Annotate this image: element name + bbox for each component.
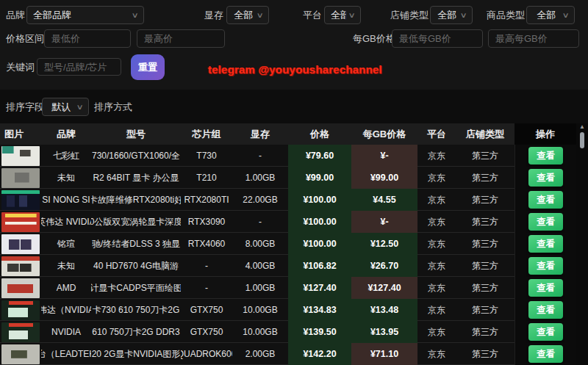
header-vram[interactable]: 显存 — [232, 123, 288, 145]
store-type-label: 店铺类型 — [390, 6, 429, 24]
model-cell: 730/1660/GTX1060/全 — [91, 145, 181, 167]
action-cell: 查看 — [514, 321, 576, 343]
model-cell: 40 HD7670 4G电脑游 — [91, 255, 181, 277]
view-button[interactable]: 查看 — [528, 301, 563, 319]
vram-cell: 1.00GB — [232, 277, 288, 299]
header-store-type[interactable]: 店铺类型 — [456, 123, 514, 145]
price-cell: ¥127.40 — [288, 277, 351, 299]
view-button[interactable]: 查看 — [528, 235, 563, 253]
view-button[interactable]: 查看 — [528, 257, 563, 275]
chipset-cell: GTX750 — [181, 321, 232, 343]
action-cell: 查看 — [514, 255, 576, 277]
view-button[interactable]: 查看 — [528, 323, 563, 341]
product-thumbnail[interactable] — [1, 300, 40, 320]
table-row: 七彩虹 730/1660/GTX1060/全 T730 - ¥79.60 ¥- … — [0, 145, 576, 167]
image-cell — [0, 277, 41, 299]
product-thumbnail[interactable] — [1, 344, 40, 364]
brand-cell: 丽台（LEADTEK） — [41, 343, 91, 365]
model-cell: 0公版双宽涡轮显卡深度 — [91, 211, 181, 233]
image-cell — [0, 255, 41, 277]
price-cell: ¥99.00 — [288, 167, 351, 189]
scroll-up-icon[interactable]: ▲ — [576, 123, 588, 131]
header-platform[interactable]: 平台 — [417, 123, 456, 145]
per-gb-max-input[interactable] — [488, 29, 579, 48]
brand-select[interactable]: 全部品牌 ∨ — [26, 6, 144, 24]
action-cell: 查看 — [514, 277, 576, 299]
chipset-cell: QUADROK600 — [181, 343, 232, 365]
store-type-cell: 第三方 — [456, 343, 514, 365]
brand-cell: 未知 — [41, 167, 91, 189]
table-scrollbar[interactable]: ▲ — [576, 123, 588, 365]
price-cell: ¥100.00 — [288, 233, 351, 255]
view-button[interactable]: 查看 — [528, 169, 563, 187]
view-button[interactable]: 查看 — [528, 147, 563, 165]
header-brand[interactable]: 品牌 — [41, 123, 91, 145]
image-cell — [0, 299, 41, 321]
store-type-cell: 第三方 — [456, 255, 514, 277]
header-model[interactable]: 型号 — [91, 123, 181, 145]
platform-cell: 京东 — [417, 211, 456, 233]
header-action: 操作 — [514, 123, 576, 145]
model-cell: 610 750刀卡2G DDR3 — [91, 321, 181, 343]
store-type-select-value: 全部 — [437, 9, 458, 22]
keyword-input[interactable] — [37, 58, 121, 76]
table-row: 英伟达（NVIDIA） 卡730 610 750刀卡2G GTX750 10.0… — [0, 299, 576, 321]
chipset-cell: RTX2080TI — [181, 189, 232, 211]
model-cell: 卡故障维修RTX2080ti好 — [91, 189, 181, 211]
header-image: 图片 — [0, 123, 41, 145]
vram-cell: 22.00GB — [232, 189, 288, 211]
product-thumbnail[interactable] — [1, 234, 40, 254]
per-gb-cell: ¥127.40 — [351, 277, 417, 299]
vram-cell: 2.00GB — [232, 343, 288, 365]
brand-cell: 铭瑄 — [41, 233, 91, 255]
sort-field-select[interactable]: 默认 ∨ — [42, 98, 89, 116]
image-cell — [0, 343, 41, 365]
image-cell — [0, 321, 41, 343]
sort-order-label: 排序方式 — [94, 98, 132, 116]
chipset-cell: GTX750 — [181, 299, 232, 321]
price-min-input[interactable] — [44, 29, 131, 48]
image-cell — [0, 189, 41, 211]
action-cell: 查看 — [514, 233, 576, 255]
product-thumbnail[interactable] — [1, 322, 40, 342]
vram-select[interactable]: 全部 ∨ — [226, 6, 269, 24]
per-gb-cell: ¥71.10 — [351, 343, 417, 365]
per-gb-cell: ¥12.50 — [351, 233, 417, 255]
per-gb-cell: ¥- — [351, 145, 417, 167]
product-thumbnail[interactable] — [1, 146, 40, 166]
platform-cell: 京东 — [417, 167, 456, 189]
store-type-select[interactable]: 全部 ∨ — [430, 6, 473, 24]
platform-cell: 京东 — [417, 277, 456, 299]
view-button[interactable]: 查看 — [528, 279, 563, 297]
platform-select[interactable]: 全部 ∨ — [324, 6, 361, 24]
product-type-select[interactable]: 全部 ∨ — [526, 6, 575, 24]
product-type-select-value: 全部 — [533, 9, 560, 22]
header-chipset[interactable]: 芯片组 — [181, 123, 232, 145]
vram-cell: - — [232, 211, 288, 233]
header-per-gb-price[interactable]: 每GB价格 — [351, 123, 417, 145]
view-button[interactable]: 查看 — [528, 191, 563, 209]
product-thumbnail[interactable] — [1, 190, 40, 210]
reset-button[interactable]: 重置 — [131, 54, 165, 80]
store-type-cell: 第三方 — [456, 145, 514, 167]
vram-cell: 1.00GB — [232, 167, 288, 189]
product-thumbnail[interactable] — [1, 212, 40, 232]
price-cell: ¥100.00 — [288, 189, 351, 211]
sort-field-select-value: 默认 — [49, 101, 74, 114]
per-gb-min-input[interactable] — [392, 29, 483, 48]
chevron-down-icon: ∨ — [562, 11, 569, 19]
per-gb-cell: ¥99.00 — [351, 167, 417, 189]
brand-cell: 英伟达（NVIDIA） — [41, 299, 91, 321]
price-max-input[interactable] — [137, 29, 225, 48]
view-button[interactable]: 查看 — [528, 345, 563, 363]
product-thumbnail[interactable] — [1, 168, 40, 188]
platform-cell: 京东 — [417, 189, 456, 211]
header-price[interactable]: 价格 — [288, 123, 351, 145]
product-thumbnail[interactable] — [1, 278, 40, 298]
scrollbar-thumb[interactable] — [580, 132, 584, 148]
brand-cell: SI NONG SI — [41, 189, 91, 211]
store-type-cell: 第三方 — [456, 299, 514, 321]
action-cell: 查看 — [514, 299, 576, 321]
view-button[interactable]: 查看 — [528, 213, 563, 231]
product-thumbnail[interactable] — [1, 256, 40, 276]
